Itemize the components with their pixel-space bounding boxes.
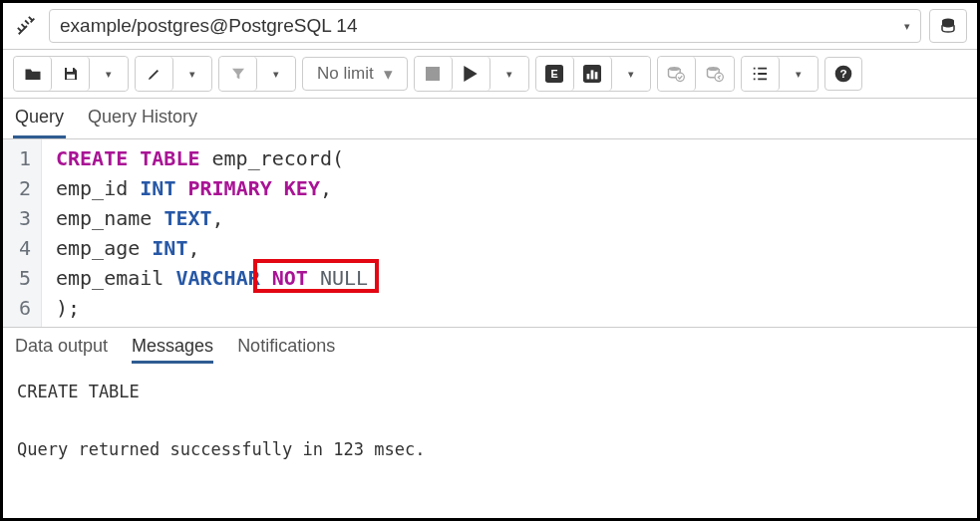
macro-group: ▾ xyxy=(741,56,818,92)
filter-group: ▾ xyxy=(218,56,296,92)
code-line: emp_id INT PRIMARY KEY, xyxy=(56,173,368,203)
messages-panel: CREATE TABLE Query returned successfully… xyxy=(3,370,977,472)
transaction-group xyxy=(657,56,735,92)
code-token: INT xyxy=(152,236,187,260)
help-button[interactable]: ? xyxy=(824,57,862,91)
explain-dropdown[interactable]: ▾ xyxy=(612,57,650,91)
execute-dropdown[interactable]: ▾ xyxy=(490,57,528,91)
explain-button[interactable]: E xyxy=(536,57,574,91)
edit-dropdown[interactable]: ▾ xyxy=(173,57,211,91)
chevron-down-icon: ▾ xyxy=(506,68,512,81)
limit-label: No limit xyxy=(317,64,374,84)
line-number: 1 xyxy=(9,143,31,173)
code-token: INT xyxy=(140,176,175,200)
svg-point-10 xyxy=(669,67,681,71)
svg-text:?: ? xyxy=(839,67,846,80)
explain-analyze-button[interactable] xyxy=(574,57,612,91)
open-file-button[interactable] xyxy=(14,57,52,91)
code-token: emp_name xyxy=(56,206,163,230)
svg-rect-7 xyxy=(587,74,590,79)
code-area[interactable]: CREATE TABLE emp_record(emp_id INT PRIMA… xyxy=(42,139,368,327)
limit-select[interactable]: No limit ▾ xyxy=(302,57,408,91)
code-token: VARCHAR xyxy=(175,266,259,290)
connection-label: example/postgres@PostgreSQL 14 xyxy=(60,15,357,37)
code-token xyxy=(308,266,320,290)
svg-text:E: E xyxy=(551,68,558,80)
message-line: Query returned successfully in 123 msec. xyxy=(17,435,963,464)
connection-bar: example/postgres@PostgreSQL 14 ▾ xyxy=(3,3,977,50)
sql-editor[interactable]: 123456 CREATE TABLE emp_record(emp_id IN… xyxy=(3,139,977,328)
code-token: , xyxy=(187,236,199,260)
file-group: ▾ xyxy=(13,56,129,92)
code-token: NOT xyxy=(272,266,308,290)
code-token: NULL xyxy=(320,266,368,290)
editor-tabs: Query Query History xyxy=(3,99,977,139)
tab-data-output[interactable]: Data output xyxy=(15,336,108,364)
output-tabs: Data output Messages Notifications xyxy=(3,328,977,370)
code-line: emp_name TEXT, xyxy=(56,203,368,233)
macros-dropdown[interactable]: ▾ xyxy=(780,57,817,91)
line-gutter: 123456 xyxy=(3,139,42,327)
stop-button[interactable] xyxy=(415,57,453,91)
explain-group: E ▾ xyxy=(535,56,651,92)
tab-query[interactable]: Query xyxy=(13,99,66,138)
svg-point-12 xyxy=(707,67,719,71)
database-status-button[interactable] xyxy=(929,9,967,43)
line-number: 3 xyxy=(9,203,31,233)
svg-point-11 xyxy=(676,73,684,81)
commit-button[interactable] xyxy=(658,57,696,91)
chevron-down-icon: ▾ xyxy=(628,68,634,81)
code-line: emp_age INT, xyxy=(56,233,368,263)
code-line: emp_email VARCHAR NOT NULL xyxy=(56,263,368,293)
filter-dropdown[interactable]: ▾ xyxy=(257,57,295,91)
code-token: TEXT xyxy=(163,206,211,230)
chevron-down-icon: ▾ xyxy=(273,68,279,81)
line-number: 5 xyxy=(9,263,31,293)
connection-select[interactable]: example/postgres@PostgreSQL 14 ▾ xyxy=(49,9,921,43)
execute-button[interactable] xyxy=(453,57,490,91)
code-line: CREATE TABLE emp_record( xyxy=(56,143,368,173)
chevron-down-icon: ▾ xyxy=(189,68,195,81)
edit-button[interactable] xyxy=(136,57,173,91)
filter-button[interactable] xyxy=(219,57,257,91)
tab-notifications[interactable]: Notifications xyxy=(237,336,335,364)
code-token: , xyxy=(212,206,224,230)
caret-down-icon: ▾ xyxy=(384,64,393,85)
line-number: 6 xyxy=(9,293,31,323)
line-number: 2 xyxy=(9,173,31,203)
code-token: ); xyxy=(56,296,80,320)
chevron-down-icon: ▾ xyxy=(106,68,112,81)
tab-query-history[interactable]: Query History xyxy=(86,99,199,138)
tab-messages[interactable]: Messages xyxy=(132,336,213,364)
code-token: emp_id xyxy=(56,176,140,200)
code-token: emp_record( xyxy=(200,146,345,170)
execute-group: ▾ xyxy=(414,56,529,92)
svg-rect-3 xyxy=(426,67,440,81)
code-token xyxy=(260,266,272,290)
code-token: PRIMARY KEY xyxy=(187,176,319,200)
svg-rect-2 xyxy=(67,75,75,80)
svg-rect-8 xyxy=(591,70,594,79)
code-token: emp_age xyxy=(56,236,152,260)
toolbar: ▾ ▾ ▾ No limit ▾ ▾ E ▾ xyxy=(3,50,977,99)
code-token: , xyxy=(320,176,332,200)
line-number: 4 xyxy=(9,233,31,263)
save-dropdown[interactable]: ▾ xyxy=(90,57,128,91)
plug-icon xyxy=(13,12,41,40)
macros-button[interactable] xyxy=(742,57,780,91)
code-token xyxy=(175,176,187,200)
svg-rect-1 xyxy=(67,68,73,72)
rollback-button[interactable] xyxy=(696,57,734,91)
message-line: CREATE TABLE xyxy=(17,378,963,406)
code-line: ); xyxy=(56,293,368,323)
code-token: emp_email xyxy=(56,266,175,290)
svg-rect-9 xyxy=(595,72,598,79)
code-token: CREATE TABLE xyxy=(56,146,200,170)
chevron-down-icon: ▾ xyxy=(904,20,910,33)
chevron-down-icon: ▾ xyxy=(796,68,802,81)
save-button[interactable] xyxy=(52,57,90,91)
edit-group: ▾ xyxy=(135,56,212,92)
